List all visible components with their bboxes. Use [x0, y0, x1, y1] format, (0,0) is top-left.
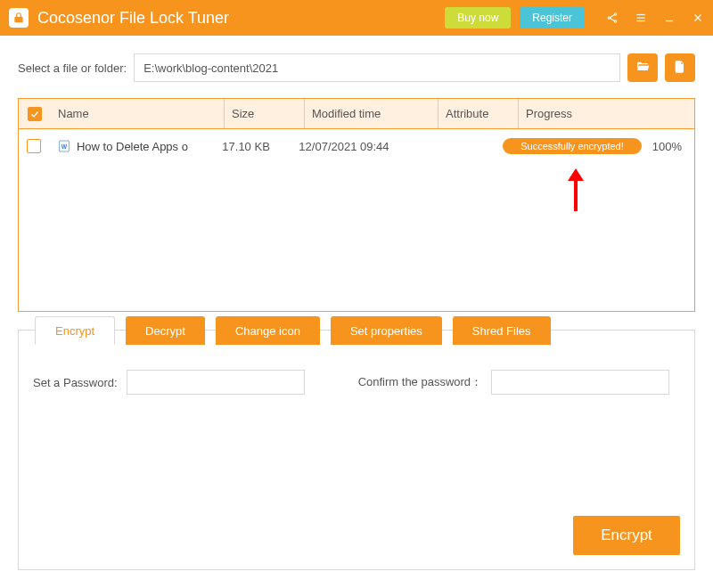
file-name: How to Delete Apps o	[77, 140, 188, 153]
browse-folder-button[interactable]	[627, 53, 658, 82]
folder-open-icon	[635, 60, 650, 77]
svg-point-0	[614, 13, 616, 15]
file-attr	[419, 129, 496, 163]
titlebar: Cocosenor File Lock Tuner Buy now Regist…	[0, 0, 713, 36]
file-size: 17.10 KB	[215, 129, 291, 163]
password-label: Set a Password:	[33, 376, 118, 389]
tab-shred-files[interactable]: Shred Files	[453, 316, 551, 345]
path-input[interactable]	[134, 53, 620, 82]
svg-point-2	[614, 20, 616, 22]
row-checkbox[interactable]	[27, 139, 41, 153]
tab-decrypt[interactable]: Decrypt	[126, 316, 205, 345]
file-time: 12/07/2021 09:44	[291, 129, 419, 163]
svg-point-1	[608, 17, 610, 19]
password-input[interactable]	[127, 370, 305, 395]
tab-change-icon[interactable]: Change icon	[216, 316, 320, 345]
svg-text:W: W	[61, 143, 68, 150]
tab-set-properties[interactable]: Set properties	[331, 316, 442, 345]
select-all-checkbox[interactable]	[28, 107, 42, 121]
tab-encrypt[interactable]: Encrypt	[35, 316, 115, 345]
action-panel: Encrypt Decrypt Change icon Set properti…	[18, 330, 695, 570]
svg-marker-12	[568, 168, 584, 181]
word-doc-icon: W	[57, 139, 71, 153]
file-icon	[673, 60, 687, 77]
buy-now-button[interactable]: Buy now	[445, 7, 511, 29]
app-title: Cocosenor File Lock Tuner	[37, 9, 229, 28]
progress-percent: 100%	[652, 140, 687, 153]
col-time-header[interactable]: Modified time	[305, 99, 438, 128]
minimize-icon[interactable]	[663, 12, 676, 24]
close-icon[interactable]	[692, 12, 704, 24]
col-size-header[interactable]: Size	[225, 99, 305, 128]
register-button[interactable]: Register	[520, 7, 585, 29]
path-row: Select a file or folder:	[18, 53, 695, 82]
confirm-password-input[interactable]	[491, 370, 669, 395]
progress-status: Successfully encrypted!	[503, 138, 642, 154]
col-attr-header[interactable]: Attribute	[438, 99, 519, 128]
file-table: Name Size Modified time Attribute Progre…	[18, 98, 695, 312]
col-progress-header[interactable]: Progress	[519, 99, 694, 128]
annotation-arrow-icon	[562, 168, 589, 216]
col-name-header[interactable]: Name	[51, 99, 225, 128]
path-label: Select a file or folder:	[18, 61, 127, 75]
share-icon[interactable]	[606, 12, 619, 24]
table-row[interactable]: W How to Delete Apps o 17.10 KB 12/07/20…	[19, 129, 694, 163]
app-logo-icon	[9, 8, 29, 28]
tabs: Encrypt Decrypt Change icon Set properti…	[35, 316, 551, 345]
browse-file-button[interactable]	[665, 53, 695, 82]
table-body: W How to Delete Apps o 17.10 KB 12/07/20…	[19, 129, 694, 311]
menu-icon[interactable]	[635, 12, 647, 24]
encrypt-button[interactable]: Encrypt	[573, 516, 680, 555]
confirm-password-label: Confirm the password：	[358, 374, 482, 390]
table-header: Name Size Modified time Attribute Progre…	[19, 99, 694, 129]
